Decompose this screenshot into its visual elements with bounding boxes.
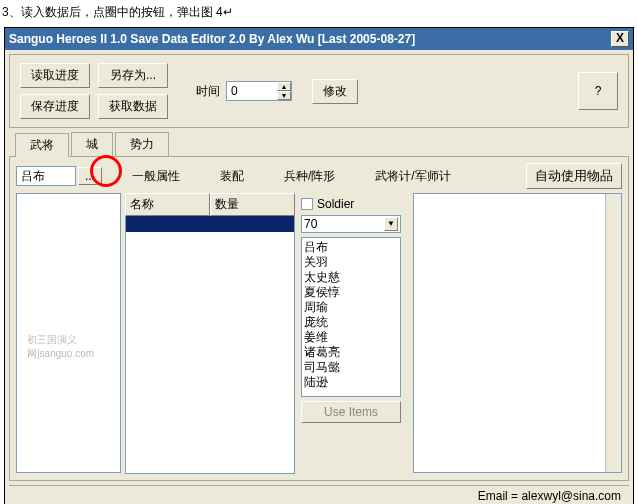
time-label: 时间 — [196, 83, 220, 100]
hero-name-input[interactable] — [16, 166, 76, 186]
col-qty[interactable]: 数量 — [210, 193, 295, 216]
saveas-button[interactable]: 另存为... — [98, 63, 168, 88]
tab-content: ... 一般属性 装配 兵种/阵形 武将计/军师计 自动使用物品 初三国演义网|… — [9, 156, 629, 481]
spin-down-icon[interactable]: ▼ — [277, 91, 291, 100]
title-bar: Sanguo Heroes II 1.0 Save Data Editor 2.… — [5, 28, 633, 50]
tab-general[interactable]: 武将 — [15, 133, 69, 157]
auto-use-button[interactable]: 自动使用物品 — [526, 163, 622, 189]
chevron-down-icon[interactable]: ▼ — [384, 217, 398, 231]
close-icon[interactable]: X — [611, 31, 629, 47]
list-item[interactable]: 夏侯惇 — [304, 285, 398, 300]
soldier-select[interactable]: 70 ▼ — [301, 215, 401, 233]
app-window: Sanguo Heroes II 1.0 Save Data Editor 2.… — [4, 27, 634, 504]
save-button[interactable]: 保存进度 — [20, 94, 90, 119]
spin-up-icon[interactable]: ▲ — [277, 82, 291, 91]
watermark: 初三国演义网|sanguo.com — [27, 333, 120, 361]
list-item[interactable]: 关羽 — [304, 255, 398, 270]
subtab-skill[interactable]: 武将计/军师计 — [367, 166, 458, 187]
col-name[interactable]: 名称 — [125, 193, 210, 216]
grid-body[interactable] — [125, 216, 295, 474]
use-items-button[interactable]: Use Items — [301, 401, 401, 423]
subtab-army[interactable]: 兵种/阵形 — [276, 166, 343, 187]
soldier-checkbox[interactable] — [301, 198, 313, 210]
modify-button[interactable]: 修改 — [312, 79, 358, 104]
window-title: Sanguo Heroes II 1.0 Save Data Editor 2.… — [9, 32, 415, 46]
grid-selected-row[interactable] — [126, 216, 294, 232]
list-item[interactable]: 周瑜 — [304, 300, 398, 315]
list-item[interactable]: 庞统 — [304, 315, 398, 330]
list-item[interactable]: 司马懿 — [304, 360, 398, 375]
subtab-attr[interactable]: 一般属性 — [124, 166, 188, 187]
item-grid: 名称 数量 — [125, 193, 295, 474]
list-item[interactable]: 诸葛亮 — [304, 345, 398, 360]
tab-city[interactable]: 城 — [71, 132, 113, 156]
main-tabs: 武将 城 势力 — [5, 132, 633, 156]
load-button[interactable]: 读取进度 — [20, 63, 90, 88]
list-item[interactable]: 姜维 — [304, 330, 398, 345]
hero-listbox[interactable]: 吕布 关羽 太史慈 夏侯惇 周瑜 庞统 姜维 诸葛亮 司马懿 陆逊 — [301, 237, 401, 397]
right-panel[interactable] — [413, 193, 622, 473]
soldier-panel: Soldier 70 ▼ 吕布 关羽 太史慈 夏侯惇 周瑜 庞统 姜维 诸葛亮 … — [299, 193, 409, 474]
soldier-selected: 70 — [304, 217, 317, 231]
left-list[interactable]: 初三国演义网|sanguo.com — [16, 193, 121, 473]
time-input[interactable] — [227, 82, 277, 100]
list-item[interactable]: 吕布 — [304, 240, 398, 255]
getdata-button[interactable]: 获取数据 — [98, 94, 168, 119]
list-item[interactable]: 太史慈 — [304, 270, 398, 285]
subtab-equip[interactable]: 装配 — [212, 166, 252, 187]
scrollbar[interactable] — [605, 194, 621, 472]
toolbar: 读取进度 保存进度 另存为... 获取数据 时间 ▲ ▼ 修改 ? — [9, 54, 629, 128]
help-button[interactable]: ? — [578, 72, 618, 110]
status-bar: Email = alexwyl@sina.com — [9, 485, 629, 504]
instruction-text: 3、读入数据后，点圈中的按钮，弹出图 4↵ — [0, 0, 638, 25]
list-item[interactable]: 陆逊 — [304, 375, 398, 390]
soldier-label: Soldier — [317, 197, 354, 211]
tab-force[interactable]: 势力 — [115, 132, 169, 156]
browse-button[interactable]: ... — [78, 167, 102, 185]
time-spinner[interactable]: ▲ ▼ — [226, 81, 292, 101]
